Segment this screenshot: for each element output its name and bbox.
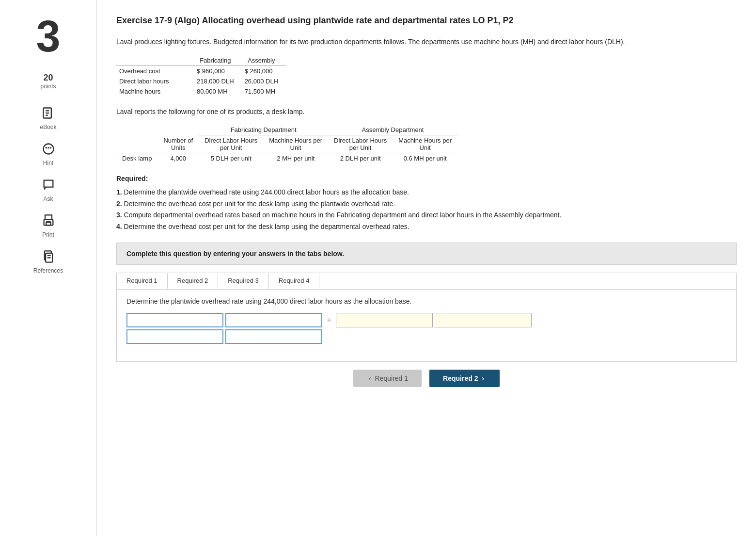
prod-units: 4,000: [158, 153, 199, 163]
prod-header-units-label: [158, 125, 199, 135]
budget-row-label-1: Overhead cost: [116, 65, 194, 76]
table-row: Direct labor hours 218,000 DLH 26,000 DL…: [116, 76, 286, 86]
required-section: Required: 1. Determine the plantwide ove…: [116, 173, 737, 233]
prod-subheader-mh: Machine Hours perUnit: [263, 135, 328, 153]
references-icon: [40, 248, 57, 265]
points-value: 20: [40, 73, 56, 83]
prev-arrow: ‹: [369, 374, 371, 382]
prod-header-empty: [116, 125, 158, 135]
table-row: Overhead cost $ 960,000 $ 260,000: [116, 65, 286, 76]
budget-row-label-2: Direct labor hours: [116, 76, 194, 86]
svg-rect-10: [46, 223, 50, 226]
sidebar-item-references[interactable]: References: [33, 248, 63, 274]
svg-point-7: [47, 147, 49, 149]
tabs-row: Required 1 Required 2 Required 3 Require…: [117, 273, 736, 290]
svg-point-6: [49, 147, 51, 149]
prod-asm-mh: 0.6 MH per unit: [393, 153, 457, 163]
hint-label: Hint: [43, 160, 53, 166]
tab-required-1[interactable]: Required 1: [117, 273, 168, 289]
calc-input-1a[interactable]: [126, 313, 223, 327]
sidebar-item-ask[interactable]: Ask: [40, 176, 57, 202]
tab-required-2[interactable]: Required 2: [168, 273, 219, 289]
budget-row-label-3: Machine hours: [116, 86, 194, 97]
prev-label: Required 1: [375, 374, 409, 382]
budget-col-assembly: Assembly: [242, 55, 286, 66]
product-intro: Laval reports the following for one of i…: [116, 106, 737, 117]
exercise-title: Exercise 17-9 (Algo) Allocating overhead…: [116, 15, 737, 27]
required-item-4: 4. Determine the overhead cost per unit …: [116, 221, 737, 233]
prod-item-name: Desk lamp: [116, 153, 158, 163]
references-label: References: [33, 267, 63, 274]
calc-row-1: =: [126, 313, 726, 327]
tab-desc: Determine the plantwide overhead rate us…: [126, 297, 726, 305]
calc-row-2: [126, 329, 726, 344]
ask-label: Ask: [43, 195, 53, 202]
book-icon: [40, 104, 57, 122]
budget-col-empty: [116, 55, 194, 66]
prod-asm-dlh: 2 DLH per unit: [328, 153, 393, 163]
hint-icon: [40, 140, 57, 158]
nav-buttons: ‹ Required 1 Required 2 ›: [116, 362, 737, 392]
intro-text: Laval produces lighting fixtures. Budget…: [116, 36, 737, 47]
budget-asm-mh: 71,500 MH: [242, 86, 286, 97]
svg-point-5: [45, 147, 47, 149]
calculation-grid: =: [126, 313, 726, 344]
prod-subheader-mh2: Machine Hours perUnit: [393, 135, 457, 153]
tab-content-req1: Determine the plantwide overhead rate us…: [117, 290, 736, 361]
calc-result-1a[interactable]: [336, 313, 433, 327]
calc-input-1b[interactable]: [225, 313, 322, 327]
chapter-number: 3: [36, 15, 60, 58]
main-content: Exercise 17-9 (Algo) Allocating overhead…: [97, 0, 756, 536]
tabs-wrapper: Required 1 Required 2 Required 3 Require…: [116, 273, 737, 362]
required-title: Required:: [116, 173, 737, 185]
sidebar-item-hint[interactable]: Hint: [40, 140, 57, 166]
sidebar: 3 20 points eBook: [0, 0, 97, 536]
table-row: Machine hours 80,000 MH 71,500 MH: [116, 86, 286, 97]
required-item-3: 3. Compute departmental overhead rates b…: [116, 210, 737, 221]
prod-fab-mh: 2 MH per unit: [263, 153, 328, 163]
budget-fab-mh: 80,000 MH: [194, 86, 242, 97]
svg-point-4: [43, 144, 53, 154]
prod-header-assembly: Assembly Department: [328, 125, 457, 135]
next-arrow: ›: [482, 374, 484, 382]
prod-subheader-empty: [116, 135, 158, 153]
prod-header-fabricating: Fabricating Department: [199, 125, 328, 135]
sidebar-item-ebook[interactable]: eBook: [40, 104, 57, 130]
table-row: Desk lamp 4,000 5 DLH per unit 2 MH per …: [116, 153, 457, 163]
next-label: Required 2: [443, 374, 478, 382]
prev-button[interactable]: ‹ Required 1: [353, 370, 422, 387]
svg-rect-8: [45, 215, 52, 219]
print-icon: [40, 212, 57, 229]
calc-result-1b[interactable]: [435, 313, 532, 327]
calc-input-2b[interactable]: [225, 329, 322, 344]
prod-subheader-numunits: Number ofUnits: [158, 135, 199, 153]
product-table: Fabricating Department Assembly Departme…: [116, 125, 457, 163]
prod-subheader-dlh: Direct Labor Hoursper Unit: [199, 135, 263, 153]
prod-fab-dlh: 5 DLH per unit: [199, 153, 263, 163]
tab-required-4[interactable]: Required 4: [269, 273, 320, 289]
budget-fab-dlh: 218,000 DLH: [194, 76, 242, 86]
points-label: points: [40, 83, 56, 90]
budget-fab-overhead: $ 960,000: [194, 65, 242, 76]
budget-asm-dlh: 26,000 DLH: [242, 76, 286, 86]
calc-input-2a[interactable]: [126, 329, 223, 344]
ebook-label: eBook: [40, 124, 56, 130]
budget-table: Fabricating Assembly Overhead cost $ 960…: [116, 55, 286, 97]
points-box: 20 points: [40, 73, 56, 90]
print-label: Print: [42, 231, 54, 238]
prod-subheader-dlh2: Direct Labor Hoursper Unit: [328, 135, 393, 153]
tab-required-3[interactable]: Required 3: [218, 273, 269, 289]
required-item-1: 1. Determine the plantwide overhead rate…: [116, 187, 737, 198]
budget-col-fabricating: Fabricating: [194, 55, 242, 66]
complete-instruction: Complete this question by entering your …: [116, 243, 737, 265]
equals-sign: =: [324, 316, 334, 324]
sidebar-item-print[interactable]: Print: [40, 212, 57, 238]
next-button[interactable]: Required 2 ›: [429, 370, 500, 387]
budget-asm-overhead: $ 260,000: [242, 65, 286, 76]
chat-icon: [40, 176, 57, 194]
required-item-2: 2. Determine the overhead cost per unit …: [116, 198, 737, 210]
